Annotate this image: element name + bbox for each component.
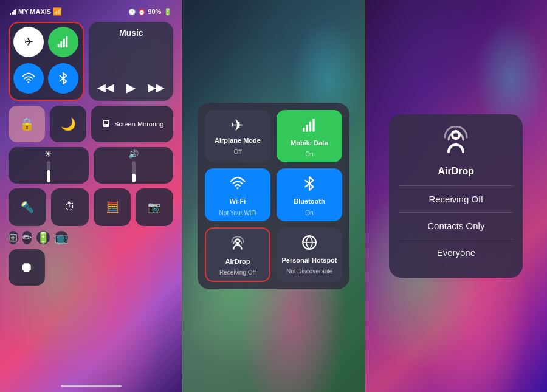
exp-airdrop-icon	[230, 236, 246, 254]
timer-button[interactable]: ⏱	[51, 188, 89, 226]
exp-wifi-icon	[230, 176, 246, 194]
battery-percent: 90%	[148, 8, 161, 15]
divider-1	[182, 0, 182, 392]
exp-airdrop-label: AirDrop	[225, 258, 250, 266]
airdrop-menu-icon	[441, 126, 470, 161]
airdrop-contacts-only-option[interactable]: Contacts Only	[399, 213, 513, 239]
icon-grid-row4: 🔦 ⏱ 🧮 📷	[9, 188, 173, 226]
airdrop-everyone-option[interactable]: Everyone	[399, 239, 513, 266]
exp-airplane-label: Airplane Mode	[215, 137, 261, 145]
svg-rect-6	[306, 125, 308, 132]
mobile-data-button[interactable]	[48, 27, 78, 57]
play-button[interactable]: ▶	[126, 80, 136, 95]
airdrop-menu-title: AirDrop	[438, 166, 475, 177]
expanded-connectivity-grid: ✈ Airplane Mode Off Mobile Data On Wi-Fi…	[198, 103, 349, 289]
divider-2	[365, 0, 365, 392]
airdrop-menu: AirDrop Receiving Off Contacts Only Ever…	[389, 114, 523, 278]
edit-button[interactable]: ✏	[22, 231, 32, 244]
exp-hotspot-button[interactable]: Personal Hotspot Not Discoverable	[277, 227, 342, 282]
svg-rect-1	[61, 41, 63, 47]
next-button[interactable]: ▶▶	[148, 81, 165, 94]
airdrop-receiving-off-option[interactable]: Receiving Off	[399, 186, 513, 212]
expanded-grid-container: ✈ Airplane Mode Off Mobile Data On Wi-Fi…	[182, 0, 364, 392]
qr-code-button[interactable]: ⊞	[9, 231, 18, 244]
svg-rect-7	[309, 122, 311, 132]
screen-mirroring-button[interactable]: 🖥 Screen Mirroring	[91, 106, 173, 142]
calculator-button[interactable]: 🧮	[94, 188, 131, 226]
exp-wifi-sublabel: Not Your WiFi	[219, 210, 256, 216]
camera-button[interactable]: 📷	[136, 188, 173, 226]
exp-wifi-button[interactable]: Wi-Fi Not Your WiFi	[205, 168, 270, 221]
exp-hotspot-label: Personal Hotspot	[281, 256, 337, 264]
battery-widget-button[interactable]: 🔋	[36, 231, 50, 244]
status-bar: MY MAXIS 📶 🕐 ⏰ 90% 🔋	[9, 7, 173, 16]
volume-icon: 🔊	[128, 149, 139, 159]
brightness-icon: ☀	[44, 149, 52, 159]
svg-rect-2	[63, 39, 65, 48]
home-indicator	[61, 385, 122, 387]
wifi-status-icon: 📶	[53, 7, 62, 16]
do-not-disturb-button[interactable]: 🌙	[50, 106, 86, 142]
control-center-grid: ✈ Music ◀◀ ▶	[9, 22, 173, 286]
exp-mobile-button[interactable]: Mobile Data On	[277, 110, 342, 162]
row-5: ⊞ ✏ 🔋 📺	[9, 231, 173, 244]
top-row: ✈ Music ◀◀ ▶	[9, 22, 173, 101]
flashlight-button[interactable]: 🔦	[9, 188, 46, 226]
panel-airdrop: AirDrop Receiving Off Contacts Only Ever…	[365, 0, 547, 392]
exp-airplane-icon: ✈	[231, 117, 244, 133]
slider-row: ☀ 🔊	[9, 147, 173, 184]
prev-button[interactable]: ◀◀	[97, 81, 114, 94]
exp-mobile-label: Mobile Data	[291, 139, 328, 147]
exp-airdrop-button[interactable]: AirDrop Receiving Off	[205, 227, 270, 282]
signal-icon	[10, 9, 16, 15]
alarm-icon: ⏰	[138, 9, 145, 15]
svg-rect-3	[66, 36, 68, 47]
svg-rect-0	[58, 44, 60, 48]
exp-wifi-label: Wi-Fi	[230, 198, 246, 205]
clock-icon: 🕐	[128, 9, 136, 15]
exp-mobile-sublabel: On	[305, 151, 313, 157]
exp-bluetooth-icon	[301, 176, 317, 194]
airplane-mode-button[interactable]: ✈	[13, 27, 44, 57]
exp-hotspot-icon	[301, 235, 317, 253]
exp-airdrop-sublabel: Receiving Off	[219, 269, 256, 276]
exp-airplane-button[interactable]: ✈ Airplane Mode Off	[205, 110, 270, 162]
battery-icon: 🔋	[163, 8, 172, 16]
music-controls: ◀◀ ▶ ▶▶	[97, 80, 165, 95]
music-title: Music	[97, 28, 165, 38]
rotation-lock-button[interactable]: 🔒	[9, 106, 45, 142]
screen-mirror-label: Screen Mirroring	[114, 120, 163, 128]
bluetooth-button[interactable]	[48, 63, 78, 94]
exp-mobile-icon	[301, 117, 317, 136]
panel-control-center: MY MAXIS 📶 🕐 ⏰ 90% 🔋 ✈	[0, 0, 182, 392]
apple-tv-button[interactable]: 📺	[55, 231, 68, 244]
exp-hotspot-sublabel: Not Discoverable	[286, 268, 332, 275]
volume-slider[interactable]: 🔊	[94, 147, 174, 184]
status-left: MY MAXIS 📶	[10, 7, 62, 16]
wifi-button[interactable]	[13, 63, 44, 94]
row-6: ⏺	[9, 249, 173, 286]
svg-point-9	[236, 187, 238, 189]
exp-bluetooth-label: Bluetooth	[294, 198, 325, 205]
status-right: 🕐 ⏰ 90% 🔋	[128, 8, 172, 16]
exp-airplane-sublabel: Off	[233, 148, 241, 155]
svg-point-4	[28, 81, 30, 83]
screen-mirror-icon: 🖥	[101, 119, 111, 129]
svg-rect-8	[312, 119, 314, 132]
exp-bluetooth-button[interactable]: Bluetooth On	[277, 168, 342, 221]
brightness-slider[interactable]: ☀	[9, 147, 89, 184]
svg-rect-5	[303, 128, 304, 132]
carrier-name: MY MAXIS	[18, 8, 51, 15]
row-2: 🔒 🌙 🖥 Screen Mirroring	[9, 106, 173, 142]
music-widget: Music ◀◀ ▶ ▶▶	[89, 22, 173, 101]
panel-expanded-connectivity: ✈ Airplane Mode Off Mobile Data On Wi-Fi…	[182, 0, 364, 392]
exp-bluetooth-sublabel: On	[305, 210, 313, 216]
airdrop-menu-container: AirDrop Receiving Off Contacts Only Ever…	[365, 0, 547, 392]
screen-record-button[interactable]: ⏺	[9, 249, 45, 286]
connectivity-cluster: ✈	[9, 22, 84, 101]
